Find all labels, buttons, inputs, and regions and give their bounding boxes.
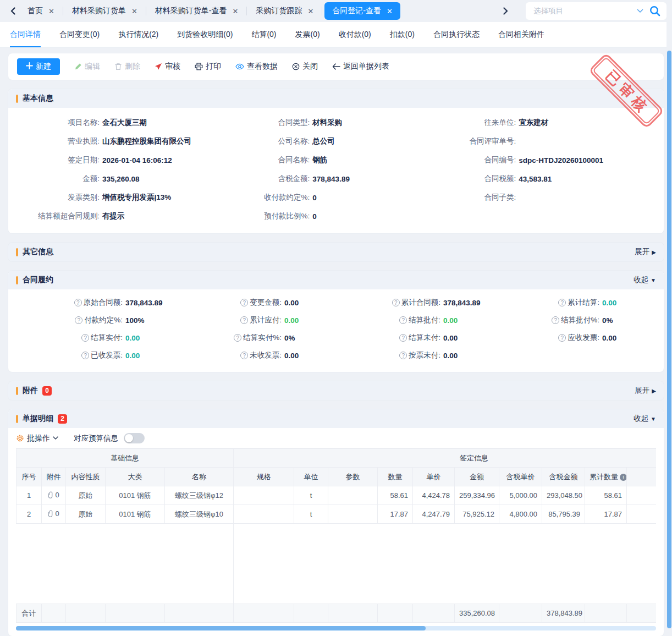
metric-label: 结算实付: xyxy=(91,333,123,343)
tabs-scroll-left-button[interactable] xyxy=(7,0,19,22)
close-icon[interactable]: ✕ xyxy=(387,7,393,15)
attachment-cell[interactable]: 0 xyxy=(48,509,59,518)
field-label: 结算额超合同规则: xyxy=(13,211,100,221)
close-icon[interactable]: ✕ xyxy=(307,7,313,15)
tab-结算(0)[interactable]: 结算(0) xyxy=(251,22,276,47)
help-icon[interactable]: ? xyxy=(399,334,407,342)
column-header-单位[interactable]: 单位 xyxy=(294,468,328,486)
metric-value: 100% xyxy=(125,316,173,325)
printer-icon xyxy=(195,63,203,70)
tab-到货验收明细(0)[interactable]: 到货验收明细(0) xyxy=(177,22,233,47)
column-header-含税单价[interactable]: 含税单价 xyxy=(499,468,542,486)
toolbar: 新建编辑删除审核打印查看数据关闭返回单据列表 xyxy=(8,53,664,80)
audit-button[interactable]: 审核 xyxy=(155,62,180,72)
vertical-scrollbar[interactable] xyxy=(667,0,672,636)
window-tab-label: 首页 xyxy=(27,6,43,16)
metric-inner: ?结算未付:0.00 xyxy=(332,333,491,343)
column-header-累计数量[interactable]: 累计数量i xyxy=(585,468,627,486)
column-header-金额[interactable]: 金额 xyxy=(455,468,499,486)
column-header-单价[interactable]: 单价 xyxy=(413,468,455,486)
column-header-大类[interactable]: 大类 xyxy=(106,468,165,486)
help-icon[interactable]: ? xyxy=(392,299,400,306)
attachment-cell[interactable]: 0 xyxy=(48,491,59,499)
search-icon[interactable] xyxy=(649,5,661,17)
column-header-累计金额[interactable]: 累计金额 xyxy=(627,468,656,486)
window-tab-首页[interactable]: 首页✕ xyxy=(19,0,63,22)
column-header-附件[interactable]: 附件 xyxy=(42,468,66,486)
info-field: 含税金额:378,843.89 xyxy=(223,169,429,188)
metric-label: 结算批付%: xyxy=(561,315,599,325)
field-value: 增值税专用发票|13% xyxy=(102,193,171,202)
new-button[interactable]: 新建 xyxy=(17,58,60,75)
close-icon[interactable]: ✕ xyxy=(232,7,238,15)
chevron-down-icon[interactable] xyxy=(637,9,643,13)
horizontal-scrollbar[interactable] xyxy=(16,626,656,630)
other-info-header: 其它信息 展开▶ xyxy=(8,243,664,261)
info-field: 合同税额:43,583.81 xyxy=(429,169,652,188)
help-icon[interactable]: ? xyxy=(240,299,248,306)
table-row[interactable]: 20原始0101 钢筋螺纹三级钢φ10t17.874,247.7975,925.… xyxy=(16,505,657,524)
tab-收付款(0)[interactable]: 收付款(0) xyxy=(339,22,371,47)
help-icon[interactable]: ? xyxy=(552,316,559,324)
column-header-含税金额[interactable]: 含税金额 xyxy=(542,468,585,486)
print-button[interactable]: 打印 xyxy=(195,62,221,72)
edit-button[interactable]: 编辑 xyxy=(74,62,100,72)
field-label: 预付款比例%: xyxy=(223,211,310,221)
expand-toggle[interactable]: 展开▶ xyxy=(635,386,656,396)
info-field: 结算额超合同规则:有提示 xyxy=(13,207,223,226)
help-icon[interactable]: ? xyxy=(558,299,566,306)
project-select[interactable]: 选择项目 xyxy=(526,2,667,20)
metric-label: 付款约定%: xyxy=(84,315,123,325)
help-icon[interactable]: ? xyxy=(74,299,82,306)
cell-单价: 4,247.79 xyxy=(413,505,455,524)
window-tab-合同登记-查看[interactable]: 合同登记-查看✕ xyxy=(324,2,400,20)
help-icon[interactable]: ? xyxy=(558,334,566,342)
close-icon[interactable]: ✕ xyxy=(131,7,137,15)
window-tab-采购订货跟踪[interactable]: 采购订货跟踪✕ xyxy=(247,0,322,22)
project-select-placeholder: 选择项目 xyxy=(533,6,631,16)
triangle-right-icon: ▶ xyxy=(652,388,656,394)
window-tab-材料采购订货单[interactable]: 材料采购订货单✕ xyxy=(63,0,146,22)
tab-合同变更(0)[interactable]: 合同变更(0) xyxy=(59,22,100,47)
help-icon[interactable]: ? xyxy=(399,316,407,324)
close-button[interactable]: 关闭 xyxy=(292,62,318,72)
tab-执行情况(2)[interactable]: 执行情况(2) xyxy=(118,22,158,47)
collapse-toggle[interactable]: 收起▼ xyxy=(634,275,656,285)
budget-info-toggle[interactable] xyxy=(124,433,145,443)
collapse-toggle[interactable]: 收起▼ xyxy=(634,414,656,424)
column-header-序号[interactable]: 序号 xyxy=(16,468,42,486)
tab-合同执行状态[interactable]: 合同执行状态 xyxy=(433,22,480,47)
help-icon[interactable]: ? xyxy=(75,316,82,324)
help-icon[interactable]: ? xyxy=(81,334,89,342)
metric-label: 应收发票: xyxy=(568,333,599,343)
tab-扣款(0)[interactable]: 扣款(0) xyxy=(390,22,415,47)
column-header-参数[interactable]: 参数 xyxy=(328,468,378,486)
column-header-名称[interactable]: 名称 xyxy=(165,468,234,486)
window-tab-材料采购订货单-查看[interactable]: 材料采购订货单-查看✕ xyxy=(146,0,247,22)
tabs-scroll-right-button[interactable] xyxy=(499,0,511,22)
vertical-scrollbar-thumb[interactable] xyxy=(667,51,671,628)
tab-发票(0)[interactable]: 发票(0) xyxy=(295,22,320,47)
info-icon[interactable]: i xyxy=(620,474,627,481)
delete-button[interactable]: 删除 xyxy=(114,62,140,72)
metric-inner: ?未收发票:0.00 xyxy=(173,350,332,360)
column-header-数量[interactable]: 数量 xyxy=(378,468,413,486)
table-row[interactable]: 10原始0101 钢筋螺纹三级钢φ12t58.614,424.78259,334… xyxy=(16,486,657,505)
help-icon[interactable]: ? xyxy=(81,352,89,359)
basic-info-panel: 基本信息 项目名称:金石大厦三期合同类型:材料采购往来单位:宜东建材营业执照:山… xyxy=(8,89,664,234)
help-icon[interactable]: ? xyxy=(234,334,241,342)
metric-label: 变更金额: xyxy=(250,298,282,308)
help-icon[interactable]: ? xyxy=(399,352,407,359)
horizontal-scrollbar-thumb[interactable] xyxy=(16,626,426,630)
help-icon[interactable]: ? xyxy=(240,316,248,324)
column-header-规格[interactable]: 规格 xyxy=(234,468,294,486)
view-data-button[interactable]: 查看数据 xyxy=(235,62,278,72)
batch-operations-button[interactable]: 批操作 xyxy=(16,434,58,443)
tab-合同详情[interactable]: 合同详情 xyxy=(10,22,41,47)
column-header-内容性质[interactable]: 内容性质 xyxy=(66,468,106,486)
back-to-list-button[interactable]: 返回单据列表 xyxy=(332,62,389,72)
help-icon[interactable]: ? xyxy=(240,352,248,359)
expand-toggle[interactable]: 展开▶ xyxy=(635,247,656,257)
tab-合同相关附件[interactable]: 合同相关附件 xyxy=(498,22,544,47)
close-icon[interactable]: ✕ xyxy=(48,7,54,15)
